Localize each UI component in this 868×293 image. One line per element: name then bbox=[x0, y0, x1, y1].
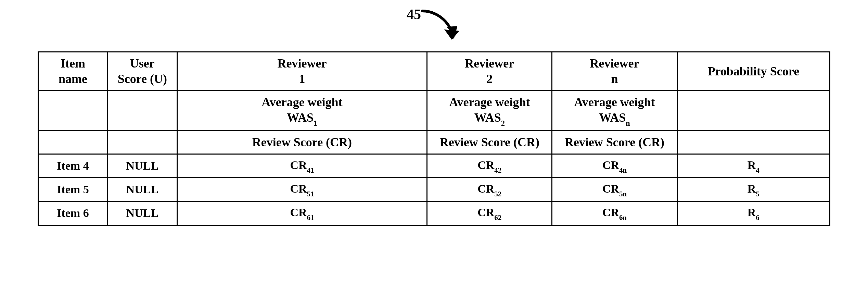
prob-cell: R4 bbox=[677, 154, 830, 178]
page: 45 Item name User Score (U) Review bbox=[0, 0, 868, 293]
cr-cell: CR42 bbox=[427, 154, 552, 178]
cr-sub: 42 bbox=[494, 166, 501, 174]
cr-cell: CR61 bbox=[177, 202, 427, 225]
user-score: NULL bbox=[107, 154, 177, 178]
cr-prefix: CR bbox=[602, 159, 619, 171]
cr-cell: CR6n bbox=[552, 202, 677, 225]
cr-prefix: CR bbox=[602, 182, 619, 195]
avg-weight-sub-n: n bbox=[626, 119, 630, 127]
table-row: Item 6 NULL CR61 CR62 CR6n R6 bbox=[38, 202, 830, 225]
figure-label: 45 bbox=[407, 6, 461, 46]
review-score-row: Review Score (CR) Review Score (CR) Revi… bbox=[38, 131, 830, 154]
empty-cell bbox=[677, 131, 830, 154]
avg-weight-prefix: Average weight WAS bbox=[574, 95, 655, 124]
item-name: Item 5 bbox=[38, 178, 108, 202]
empty-cell bbox=[107, 131, 177, 154]
avg-weight-sub-2: 2 bbox=[501, 119, 505, 127]
cr-prefix: CR bbox=[477, 159, 494, 171]
r-sub: 6 bbox=[756, 213, 760, 222]
table-row: Item 4 NULL CR41 CR42 CR4n R4 bbox=[38, 154, 830, 178]
r-prefix: R bbox=[748, 159, 756, 171]
cr-sub: 41 bbox=[307, 166, 314, 174]
empty-cell bbox=[677, 91, 830, 131]
review-score-1: Review Score (CR) bbox=[177, 131, 427, 154]
cr-sub: 62 bbox=[494, 213, 501, 222]
header-row: Item name User Score (U) Reviewer 1 Revi… bbox=[38, 52, 830, 91]
item-name: Item 6 bbox=[38, 202, 108, 225]
avg-weight-sub-1: 1 bbox=[314, 119, 317, 127]
r-prefix: R bbox=[748, 206, 756, 219]
header-reviewer-1: Reviewer 1 bbox=[177, 52, 427, 91]
item-name: Item 4 bbox=[38, 154, 108, 178]
prob-cell: R6 bbox=[677, 202, 830, 225]
header-user: User Score (U) bbox=[107, 52, 177, 91]
cr-sub: 52 bbox=[494, 190, 501, 198]
cr-prefix: CR bbox=[290, 206, 307, 219]
avg-weight-prefix: Average weight WAS bbox=[261, 95, 342, 124]
cr-cell: CR5n bbox=[552, 178, 677, 202]
cr-sub: 61 bbox=[307, 213, 314, 222]
cr-cell: CR51 bbox=[177, 178, 427, 202]
empty-cell bbox=[38, 91, 108, 131]
cr-sub: 4n bbox=[619, 166, 627, 174]
score-table: Item name User Score (U) Reviewer 1 Revi… bbox=[38, 51, 830, 226]
prob-cell: R5 bbox=[677, 178, 830, 202]
avg-weight-prefix: Average weight WAS bbox=[449, 95, 530, 124]
user-score: NULL bbox=[107, 202, 177, 225]
cr-sub: 51 bbox=[307, 190, 314, 198]
table-body: Item 4 NULL CR41 CR42 CR4n R4 Item 5 NUL… bbox=[38, 154, 830, 225]
table-container: Item name User Score (U) Reviewer 1 Revi… bbox=[38, 51, 830, 226]
header-probability: Probability Score bbox=[677, 52, 830, 91]
cr-cell: CR41 bbox=[177, 154, 427, 178]
r-sub: 5 bbox=[756, 190, 760, 198]
header-reviewer-n: Reviewer n bbox=[552, 52, 677, 91]
header-reviewer-2: Reviewer 2 bbox=[427, 52, 552, 91]
cr-prefix: CR bbox=[290, 182, 307, 195]
review-score-n: Review Score (CR) bbox=[552, 131, 677, 154]
review-score-2: Review Score (CR) bbox=[427, 131, 552, 154]
avg-weight-1: Average weight WAS1 bbox=[177, 91, 427, 131]
avg-weight-row: Average weight WAS1 Average weight WAS2 … bbox=[38, 91, 830, 131]
cr-cell: CR52 bbox=[427, 178, 552, 202]
r-prefix: R bbox=[748, 182, 756, 195]
cr-prefix: CR bbox=[477, 206, 494, 219]
avg-weight-n: Average weight WASn bbox=[552, 91, 677, 131]
user-score: NULL bbox=[107, 178, 177, 202]
cr-sub: 5n bbox=[619, 190, 627, 198]
r-sub: 4 bbox=[756, 166, 760, 174]
table-row: Item 5 NULL CR51 CR52 CR5n R5 bbox=[38, 178, 830, 202]
avg-weight-2: Average weight WAS2 bbox=[427, 91, 552, 131]
cr-cell: CR4n bbox=[552, 154, 677, 178]
cr-prefix: CR bbox=[602, 206, 619, 219]
empty-cell bbox=[107, 91, 177, 131]
header-item: Item name bbox=[38, 52, 108, 91]
empty-cell bbox=[38, 131, 108, 154]
arrow-icon bbox=[420, 8, 461, 46]
cr-prefix: CR bbox=[290, 159, 307, 171]
cr-prefix: CR bbox=[477, 182, 494, 195]
svg-marker-1 bbox=[444, 29, 459, 40]
cr-sub: 6n bbox=[619, 213, 627, 222]
cr-cell: CR62 bbox=[427, 202, 552, 225]
